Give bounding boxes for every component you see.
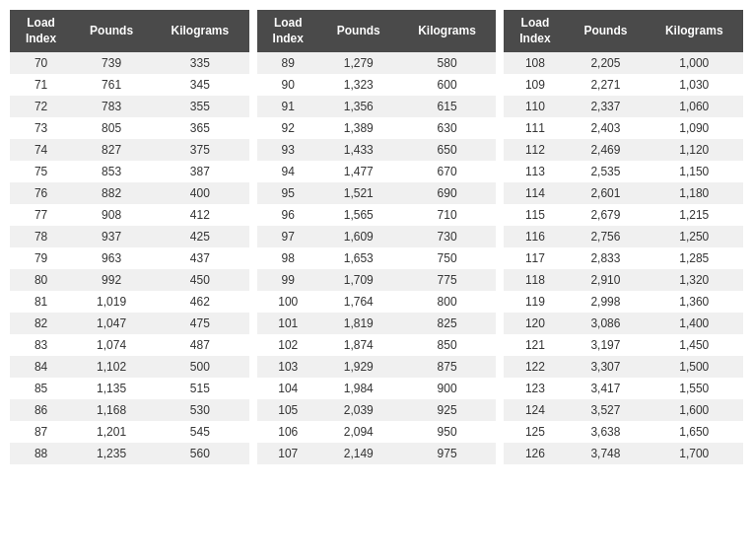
cell-3-5-2: 2,469 xyxy=(566,139,645,161)
cell-2-18-1: 106 xyxy=(257,421,319,443)
cell-1-11-2: 992 xyxy=(72,269,151,291)
table-row: 881,235560 xyxy=(10,443,249,464)
cell-1-9-1: 78 xyxy=(10,226,72,247)
cell-2-15-1: 103 xyxy=(257,356,319,378)
cell-2-11-2: 1,709 xyxy=(319,269,398,291)
cell-2-14-1: 102 xyxy=(257,334,319,356)
table-row: 971,609730 xyxy=(257,226,497,247)
cell-2-4-1: 92 xyxy=(257,117,319,139)
cell-2-10-1: 98 xyxy=(257,247,319,269)
cell-2-13-2: 1,819 xyxy=(319,313,398,334)
cell-1-6-3: 387 xyxy=(151,161,249,182)
cell-2-9-1: 97 xyxy=(257,226,319,247)
cell-1-3-2: 783 xyxy=(72,96,151,117)
cell-3-17-2: 3,527 xyxy=(566,399,645,421)
cell-2-10-2: 1,653 xyxy=(319,247,398,269)
cell-2-7-3: 690 xyxy=(398,182,497,204)
cell-1-17-3: 530 xyxy=(151,399,249,421)
cell-3-9-1: 116 xyxy=(504,226,566,247)
cell-2-2-2: 1,323 xyxy=(319,74,398,96)
table-row: 1243,5271,600 xyxy=(504,399,743,421)
cell-1-3-3: 355 xyxy=(151,96,249,117)
tables-container: LoadIndexPoundsKilograms7073933571761345… xyxy=(10,10,743,464)
cell-2-15-3: 875 xyxy=(398,356,497,378)
cell-2-11-1: 99 xyxy=(257,269,319,291)
table-row: 1203,0861,400 xyxy=(504,313,743,334)
col-header-1-1: LoadIndex xyxy=(10,10,72,52)
col-header-2-2: Pounds xyxy=(319,10,398,52)
table-3: LoadIndexPoundsKilograms1082,2051,000109… xyxy=(504,10,743,464)
cell-3-3-1: 110 xyxy=(504,96,566,117)
table-row: 76882400 xyxy=(10,182,249,204)
col-header-3-2: Pounds xyxy=(566,10,645,52)
cell-3-3-2: 2,337 xyxy=(566,96,645,117)
table-wrapper-1: LoadIndexPoundsKilograms7073933571761345… xyxy=(10,10,249,464)
cell-3-8-2: 2,679 xyxy=(566,204,645,226)
cell-3-17-3: 1,600 xyxy=(645,399,743,421)
cell-2-14-2: 1,874 xyxy=(319,334,398,356)
cell-3-3-3: 1,060 xyxy=(645,96,743,117)
table-row: 1213,1971,450 xyxy=(504,334,743,356)
table-row: 1172,8331,285 xyxy=(504,247,743,269)
cell-3-11-3: 1,320 xyxy=(645,269,743,291)
cell-3-14-2: 3,197 xyxy=(566,334,645,356)
table-row: 1223,3071,500 xyxy=(504,356,743,378)
cell-1-13-1: 82 xyxy=(10,313,72,334)
cell-3-1-2: 2,205 xyxy=(566,52,645,74)
cell-1-7-1: 76 xyxy=(10,182,72,204)
table-row: 911,356615 xyxy=(257,96,497,117)
cell-3-16-1: 123 xyxy=(504,378,566,399)
table-row: 79963437 xyxy=(10,247,249,269)
table-row: 1031,929875 xyxy=(257,356,497,378)
cell-2-11-3: 775 xyxy=(398,269,497,291)
cell-3-11-1: 118 xyxy=(504,269,566,291)
cell-3-9-2: 2,756 xyxy=(566,226,645,247)
cell-2-9-2: 1,609 xyxy=(319,226,398,247)
cell-2-18-3: 950 xyxy=(398,421,497,443)
table-row: 811,019462 xyxy=(10,291,249,313)
cell-1-5-1: 74 xyxy=(10,139,72,161)
table-row: 831,074487 xyxy=(10,334,249,356)
cell-2-2-1: 90 xyxy=(257,74,319,96)
table-row: 891,279580 xyxy=(257,52,497,74)
cell-3-6-3: 1,150 xyxy=(645,161,743,182)
table-row: 1062,094950 xyxy=(257,421,497,443)
cell-2-10-3: 750 xyxy=(398,247,497,269)
cell-1-10-3: 437 xyxy=(151,247,249,269)
cell-1-15-1: 84 xyxy=(10,356,72,378)
cell-2-6-1: 94 xyxy=(257,161,319,182)
cell-1-16-3: 515 xyxy=(151,378,249,399)
cell-3-5-1: 112 xyxy=(504,139,566,161)
table-wrapper-2: LoadIndexPoundsKilograms891,279580901,32… xyxy=(257,10,497,464)
cell-3-19-2: 3,748 xyxy=(566,443,645,464)
cell-3-2-1: 109 xyxy=(504,74,566,96)
cell-1-19-3: 560 xyxy=(151,443,249,464)
cell-3-13-1: 120 xyxy=(504,313,566,334)
cell-1-14-1: 83 xyxy=(10,334,72,356)
cell-3-14-3: 1,450 xyxy=(645,334,743,356)
cell-2-8-1: 96 xyxy=(257,204,319,226)
cell-2-19-2: 2,149 xyxy=(319,443,398,464)
cell-1-12-2: 1,019 xyxy=(72,291,151,313)
table-row: 1041,984900 xyxy=(257,378,497,399)
cell-2-3-3: 615 xyxy=(398,96,497,117)
table-row: 72783355 xyxy=(10,96,249,117)
table-row: 1021,874850 xyxy=(257,334,497,356)
cell-3-12-2: 2,998 xyxy=(566,291,645,313)
cell-1-2-2: 761 xyxy=(72,74,151,96)
cell-1-16-2: 1,135 xyxy=(72,378,151,399)
cell-1-7-2: 882 xyxy=(72,182,151,204)
cell-1-18-3: 545 xyxy=(151,421,249,443)
cell-1-7-3: 400 xyxy=(151,182,249,204)
cell-3-18-1: 125 xyxy=(504,421,566,443)
table-row: 901,323600 xyxy=(257,74,497,96)
cell-3-15-1: 122 xyxy=(504,356,566,378)
cell-1-14-3: 487 xyxy=(151,334,249,356)
cell-2-3-2: 1,356 xyxy=(319,96,398,117)
cell-3-12-3: 1,360 xyxy=(645,291,743,313)
cell-2-7-2: 1,521 xyxy=(319,182,398,204)
table-row: 1162,7561,250 xyxy=(504,226,743,247)
table-row: 1132,5351,150 xyxy=(504,161,743,182)
cell-3-7-2: 2,601 xyxy=(566,182,645,204)
cell-1-15-2: 1,102 xyxy=(72,356,151,378)
